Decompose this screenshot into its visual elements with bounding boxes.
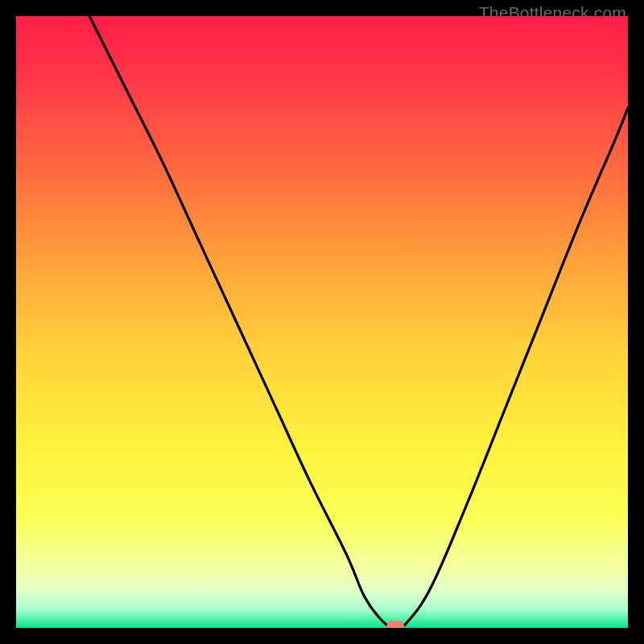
bottleneck-chart: TheBottleneck.com — [0, 0, 644, 644]
optimal-marker — [386, 621, 404, 628]
chart-svg — [16, 16, 628, 628]
gradient-background — [16, 16, 628, 628]
plot-area — [16, 16, 628, 628]
